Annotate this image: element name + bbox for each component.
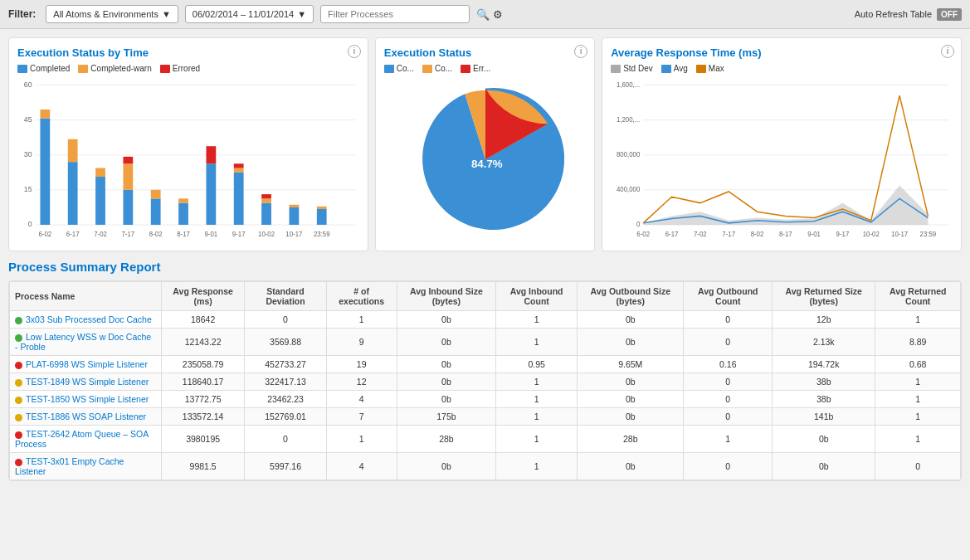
status-dot [15,431,22,439]
table-row: PLAT-6998 WS Simple Listener 235058.79 4… [10,356,961,373]
svg-rect-17 [123,163,133,190]
svg-rect-23 [206,163,216,225]
inbound-size-cell: 0b [397,373,496,391]
th-avg-response: Avg Response (ms) [162,282,245,311]
executions-cell: 9 [326,329,397,356]
std-dev-cell: 23462.23 [245,391,327,408]
svg-text:9-01: 9-01 [205,230,218,237]
legend-errored: Errored [160,64,200,73]
execution-status-pie-panel: Execution Status i Co... Co... Err... [375,37,595,251]
svg-text:23:59: 23:59 [920,230,937,237]
svg-text:9-01: 9-01 [807,230,821,237]
svg-rect-12 [68,162,78,225]
date-range-select[interactable]: 06/02/2014 – 11/01/2014 ▼ [185,5,314,23]
status-dot [15,414,22,421]
exec-time-info-icon[interactable]: i [348,45,361,58]
svg-text:84.7%: 84.7% [470,158,502,170]
svg-rect-21 [178,203,188,225]
th-std-dev: Standard Deviation [245,282,327,311]
status-dot [15,362,22,369]
svg-text:7-02: 7-02 [94,230,107,237]
svg-text:8-17: 8-17 [779,230,792,237]
svg-text:7-02: 7-02 [694,230,707,237]
legend-max-box [696,65,706,73]
svg-text:400,000: 400,000 [617,186,641,193]
process-name-cell[interactable]: TEST-1886 WS SOAP Listener [10,408,162,426]
auto-refresh-toggle[interactable]: OFF [937,8,962,21]
svg-text:8-02: 8-02 [751,230,764,237]
svg-text:7-17: 7-17 [122,230,135,237]
exec-time-legend: Completed Completed-warn Errored [17,64,359,73]
atoms-select[interactable]: All Atoms & Environments ▼ [46,5,178,23]
th-inbound-count: Avg Inbound Count [496,282,578,311]
legend-completed-label: Completed [30,64,70,73]
date-range-chevron-icon: ▼ [297,9,306,19]
avg-response-title: Average Response Time (ms) [611,46,953,59]
returned-size-cell: 0b [773,426,875,453]
svg-text:10-02: 10-02 [258,230,275,237]
avg-response-cell: 235058.79 [162,356,245,373]
th-process-name: Process Name [10,282,162,311]
process-name-cell[interactable]: TEST-2642 Atom Queue – SOA Process [10,426,162,453]
status-dot [15,379,22,387]
outbound-size-cell: 9.65M [578,356,684,373]
avg-response-cell: 3980195 [162,426,245,453]
process-name-cell[interactable]: TEST-3x01 Empty Cache Listener [10,453,162,480]
table-row: Low Latency WSS w Doc Cache - Proble 121… [10,329,961,356]
executions-cell: 4 [326,453,397,480]
svg-rect-31 [290,207,300,225]
std-dev-cell: 5997.16 [245,453,327,480]
outbound-count-cell: 0 [684,453,773,480]
process-name-cell[interactable]: PLAT-6998 WS Simple Listener [10,356,162,373]
svg-text:45: 45 [24,114,32,123]
table-row: TEST-1886 WS SOAP Listener 133572.14 152… [10,408,961,426]
executions-cell: 4 [326,391,397,408]
std-dev-cell: 0 [245,426,327,453]
inbound-size-cell: 28b [397,426,496,453]
table-row: TEST-1850 WS Simple Listener 13772.75 23… [10,391,961,408]
table-header-row: Process Name Avg Response (ms) Standard … [10,282,961,311]
process-name-cell[interactable]: TEST-1850 WS Simple Listener [10,391,162,408]
legend-stddev-box [611,65,621,73]
avg-response-cell: 12143.22 [162,329,245,356]
std-dev-cell: 0 [245,311,327,329]
svg-text:30: 30 [24,150,32,158]
pie-chart-area: 84.7% [384,76,586,242]
legend-warn: Completed-warn [78,64,151,73]
search-icon[interactable]: 🔍 [476,8,490,21]
svg-text:10-17: 10-17 [285,230,302,237]
legend-avg-label: Avg [674,64,688,73]
svg-rect-34 [317,207,327,209]
svg-rect-22 [178,198,188,202]
svg-text:0: 0 [636,221,641,228]
svg-text:10-02: 10-02 [863,230,880,237]
search-action-icons[interactable]: 🔍 ⚙ [476,8,503,21]
avg-response-cell: 118640.17 [162,373,245,391]
pie-chart-svg: 84.7% [407,80,564,238]
std-dev-cell: 452733.27 [245,356,327,373]
legend-errored-label: Errored [173,64,200,73]
bar-chart-area: 60 45 30 15 0 [17,76,359,242]
inbound-count-cell: 1 [496,391,578,408]
table-row: 3x03 Sub Processed Doc Cache 18642 0 1 0… [10,311,961,329]
legend-max-label: Max [709,64,724,73]
avg-response-info-icon[interactable]: i [941,45,954,58]
executions-cell: 19 [326,356,397,373]
std-dev-cell: 3569.88 [245,329,327,356]
summary-table-wrapper: Process Name Avg Response (ms) Standard … [8,280,962,481]
process-filter-input[interactable] [320,5,470,23]
svg-rect-24 [206,146,216,163]
outbound-size-cell: 0b [578,391,684,408]
svg-text:60: 60 [24,80,32,88]
auto-refresh-control: Auto Refresh Table OFF [855,8,962,21]
avg-response-cell: 9981.5 [162,453,245,480]
status-dot [15,334,22,342]
process-name-cell[interactable]: 3x03 Sub Processed Doc Cache [10,311,162,329]
pie-legend-co2-label: Co... [435,64,452,73]
inbound-count-cell: 1 [496,311,578,329]
returned-size-cell: 38b [773,391,875,408]
th-outbound-size: Avg Outbound Size (bytes) [578,282,684,311]
settings-icon[interactable]: ⚙ [493,8,503,21]
process-name-cell[interactable]: Low Latency WSS w Doc Cache - Proble [10,329,162,356]
process-name-cell[interactable]: TEST-1849 WS Simple Listener [10,373,162,391]
